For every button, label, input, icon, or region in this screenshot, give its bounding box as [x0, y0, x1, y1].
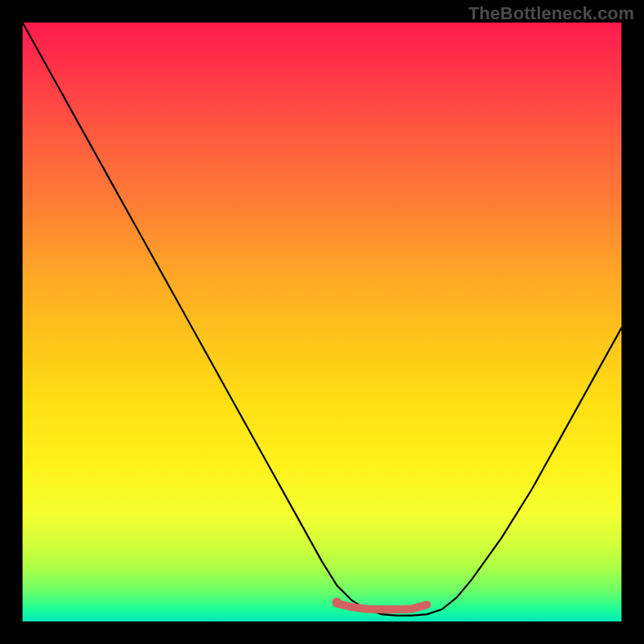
chart-frame: TheBottleneck.com: [0, 0, 644, 644]
bottleneck-curve: [23, 23, 621, 616]
chart-overlay: [23, 23, 621, 621]
plot-area: [23, 23, 621, 621]
highlight-dot: [332, 597, 342, 607]
recommended-range: [337, 604, 427, 609]
watermark-text: TheBottleneck.com: [469, 3, 634, 24]
